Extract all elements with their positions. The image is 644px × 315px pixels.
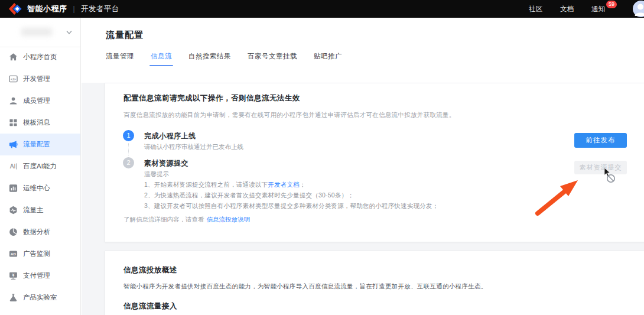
tab-natural-search[interactable]: 自然搜索结果 — [188, 52, 231, 66]
feed-delivery-doc-link[interactable]: 信息流投放说明 — [207, 216, 251, 223]
tips-list: 1、开始素材资源提交流程之前，请通读以下开发者文档； 2、为快速熟悉流程，建议开… — [144, 179, 438, 211]
tip-line-3: 3、建议开发者可以按照自有小程序素材类型尽量提交多种素材分类资源，帮助您的小程序… — [144, 200, 438, 211]
app-name-redacted — [21, 28, 52, 36]
submit-material-button[interactable]: 素材资源提交 — [574, 161, 627, 174]
developer-docs-link[interactable]: 开发者文档 — [268, 181, 300, 188]
bar-chart-icon — [9, 184, 18, 193]
step-1-title: 完成小程序上线 — [144, 131, 196, 141]
step-1-description: 请确认小程序审核通过并已发布上线 — [144, 143, 243, 151]
pie-chart-icon — [9, 228, 18, 236]
payment-monitor-icon: ¥ — [9, 271, 18, 280]
chevron-down-icon — [66, 30, 72, 35]
svg-text:¥: ¥ — [12, 273, 15, 277]
sidebar-item-ops-center[interactable]: 运维中心 — [0, 177, 80, 199]
sidebar-item-label: 百度AI能力 — [23, 162, 57, 171]
sidebar-item-template-msg[interactable]: 模板消息 — [0, 112, 80, 134]
sidebar-item-label: 流量配置 — [23, 140, 50, 149]
sidebar-item-label: 广告监测 — [23, 249, 50, 258]
setup-card-heading: 配置信息流前请完成以下操作，否则信息流无法生效 — [123, 93, 300, 103]
tip-line-1: 1、开始素材资源提交流程之前，请通读以下开发者文档； — [144, 179, 438, 190]
nav-notifications-label: 通知 — [591, 5, 605, 12]
tab-bar: 流量管理 信息流 自然搜索结果 百家号文章挂载 贴吧推广 — [106, 52, 342, 66]
sidebar-item-label: 小程序首页 — [23, 53, 57, 61]
svg-text:AD: AD — [11, 252, 16, 256]
sidebar-item-product-lab[interactable]: 产品实验室 — [0, 287, 80, 308]
brand-divider: | — [73, 5, 75, 13]
flask-icon — [9, 293, 18, 302]
svg-text:</>: </> — [11, 77, 16, 81]
go-publish-button[interactable]: 前往发布 — [574, 133, 627, 148]
ai-icon: AI — [9, 162, 18, 171]
sidebar-item-label: 模板消息 — [23, 118, 50, 127]
sidebar-item-label: 流量主 — [23, 206, 44, 215]
sidebar-menu: 小程序首页 </> 开发管理 成员管理 模板消息 — [0, 46, 80, 308]
top-header-bar: 智能小程序 | 开发者平台 社区 文档 通知 59 — [0, 0, 644, 18]
nav-docs[interactable]: 文档 — [560, 5, 574, 14]
overview-section-title: 信息流投放概述 — [123, 265, 177, 275]
tab-traffic-manage[interactable]: 流量管理 — [106, 52, 134, 66]
sidebar-item-home[interactable]: 小程序首页 — [0, 46, 80, 68]
step-2-number: 2 — [123, 157, 134, 168]
tips-title: 温馨提示 — [144, 170, 169, 178]
pulse-hexagon-icon — [9, 206, 18, 215]
nav-community[interactable]: 社区 — [529, 5, 542, 14]
sidebar-item-baidu-ai[interactable]: AI 百度AI能力 — [0, 155, 80, 177]
sidebar-item-members[interactable]: 成员管理 — [0, 90, 80, 112]
sidebar-item-dev-manage[interactable]: </> 开发管理 — [0, 68, 80, 90]
tab-feed[interactable]: 信息流 — [151, 52, 172, 66]
brand-subtitle: 开发者平台 — [81, 4, 119, 14]
brand[interactable]: 智能小程序 | 开发者平台 — [8, 2, 119, 15]
smart-program-logo-icon — [8, 2, 22, 15]
member-icon — [9, 96, 18, 105]
feed-overview-card: 信息流投放概述 智能小程序为开发者提供对接百度生态的能力，为智能小程序导入百度信… — [105, 251, 644, 315]
template-grid-icon — [9, 118, 18, 127]
step-1-number: 1 — [123, 130, 134, 141]
feed-setup-card: 配置信息流前请完成以下操作，否则信息流无法生效 百度信息流投放的功能目前为申请制… — [105, 83, 644, 242]
brand-name: 智能小程序 — [27, 4, 67, 14]
app-selector-dropdown[interactable] — [0, 18, 80, 47]
tab-tieba-promo[interactable]: 贴吧推广 — [314, 52, 342, 66]
overview-section-body: 智能小程序为开发者提供对接百度生态的能力，为智能小程序导入百度信息流流量，旨在打… — [123, 282, 487, 291]
ad-badge-icon: AD — [9, 249, 18, 258]
sidebar-item-traffic-config[interactable]: 流量配置 — [0, 134, 80, 155]
sidebar-item-label: 开发管理 — [23, 74, 50, 83]
step-2-title: 素材资源提交 — [144, 158, 188, 168]
tip-line-2: 2、为快速熟悉流程，建议开发者首次提交素材时先少量提交（30-50条）； — [144, 190, 438, 200]
sidebar-item-label: 支付管理 — [23, 271, 50, 280]
tip-1-text: 1、开始素材资源提交流程之前，请通读以下 — [144, 181, 268, 188]
traffic-access-section-title: 信息流流量接入 — [123, 301, 177, 311]
sidebar-item-label: 产品实验室 — [23, 293, 57, 302]
page-title: 流量配置 — [106, 30, 144, 41]
page-header: 流量配置 流量管理 信息流 自然搜索结果 百家号文章挂载 贴吧推广 — [82, 18, 644, 83]
sidebar-item-traffic-owner[interactable]: 流量主 — [0, 199, 80, 221]
svg-text:AI: AI — [10, 163, 16, 170]
user-avatar[interactable] — [633, 1, 644, 17]
step-connector-line — [128, 143, 129, 155]
red-annotation-arrow — [534, 178, 583, 217]
setup-card-description: 百度信息流投放的功能目前为申请制，需要有在线可用的小程序包并通过申请评估后才可在… — [123, 111, 456, 119]
sidebar-item-label: 运维中心 — [23, 184, 50, 193]
megaphone-icon — [9, 140, 18, 149]
footer-text: 了解信息流详细内容，请查看 — [123, 216, 204, 223]
app-window: 智能小程序 | 开发者平台 社区 文档 通知 59 — [0, 0, 644, 315]
card-footer: 了解信息流详细内容，请查看信息流投放说明 — [123, 216, 250, 224]
sidebar-item-payment[interactable]: ¥ 支付管理 — [0, 265, 80, 287]
prohibited-icon — [606, 174, 616, 183]
avatar-person-icon — [633, 1, 644, 17]
sidebar-item-label: 成员管理 — [23, 96, 50, 105]
notification-badge: 59 — [606, 1, 617, 8]
home-icon — [9, 53, 18, 61]
tip-1-suffix: ； — [300, 181, 306, 188]
top-nav: 社区 文档 通知 59 — [529, 0, 605, 18]
code-icon: </> — [9, 74, 18, 83]
sidebar: 小程序首页 </> 开发管理 成员管理 模板消息 — [0, 18, 81, 315]
sidebar-item-label: 数据分析 — [23, 228, 50, 236]
nav-notifications[interactable]: 通知 59 — [591, 5, 605, 14]
main-content: 流量配置 流量管理 信息流 自然搜索结果 百家号文章挂载 贴吧推广 配置信息流前… — [82, 18, 644, 315]
sidebar-item-ad-monitor[interactable]: AD 广告监测 — [0, 243, 80, 265]
sidebar-item-data-analysis[interactable]: 数据分析 — [0, 221, 80, 243]
tab-baijiahao-mount[interactable]: 百家号文章挂载 — [248, 52, 297, 66]
